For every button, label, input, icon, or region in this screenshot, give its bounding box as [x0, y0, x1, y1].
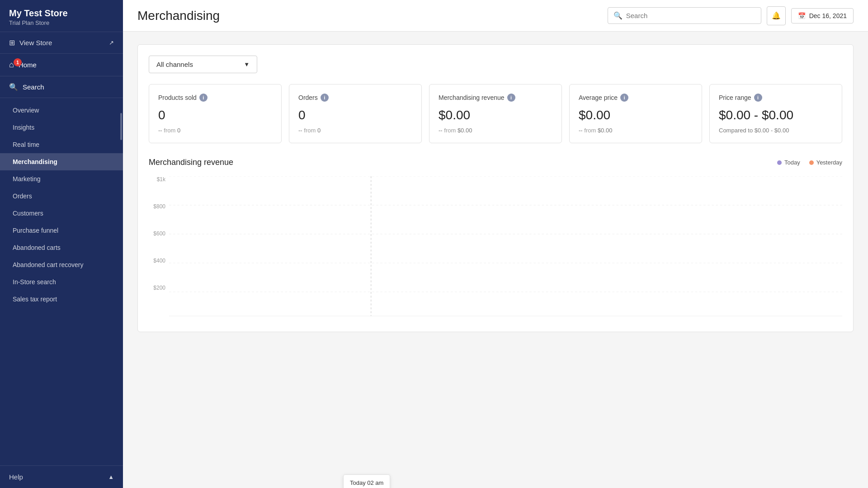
legend-label-today: Today — [784, 159, 800, 166]
channel-select[interactable]: All channels ▼ — [149, 56, 257, 73]
sidebar-item-sales-tax-report[interactable]: Sales tax report — [0, 291, 123, 308]
chart-section: Merchandising revenue Today Yesterday $1… — [149, 158, 842, 321]
stat-card-merchandising-revenue: Merchandising revenue i $0.00 -- from $0… — [429, 84, 562, 143]
info-icon-price-range[interactable]: i — [754, 94, 762, 102]
stat-compare-average-price: -- from $0.00 — [579, 127, 693, 134]
stat-title-average-price: Average price i — [579, 94, 693, 102]
sidebar: My Test Store Trial Plan Store ⊞ View St… — [0, 0, 123, 488]
sidebar-header: My Test Store Trial Plan Store — [0, 0, 123, 32]
search-input[interactable] — [626, 12, 755, 19]
sidebar-item-in-store-search[interactable]: In-Store search — [0, 273, 123, 291]
y-axis-labels: $1k$800$600$400$200 — [149, 176, 169, 321]
info-icon-orders[interactable]: i — [321, 94, 329, 102]
legend-item-today: Today — [777, 159, 800, 166]
chart-header: Merchandising revenue Today Yesterday — [149, 158, 842, 167]
search-icon: 🔍 — [613, 11, 623, 20]
sidebar-item-real-time[interactable]: Real time — [0, 136, 123, 153]
sidebar-item-customers[interactable]: Customers — [0, 205, 123, 222]
view-store-label: View Store — [19, 39, 52, 47]
y-label: $800 — [149, 203, 169, 210]
main-content: Merchandising 🔍 🔔 📅 Dec 16, 2021 All cha… — [123, 0, 868, 488]
stat-compare-price-range: Compared to $0.00 - $0.00 — [719, 127, 833, 134]
topbar-actions: 🔍 🔔 📅 Dec 16, 2021 — [608, 6, 854, 25]
stat-value-merchandising-revenue: $0.00 — [439, 108, 552, 122]
merchandising-card: All channels ▼ Products sold i 0 -- from… — [137, 44, 854, 332]
info-icon-average-price[interactable]: i — [620, 94, 628, 102]
stat-title-products-sold: Products sold i — [158, 94, 272, 102]
chevron-up-icon: ▲ — [108, 474, 114, 480]
date-picker-button[interactable]: 📅 Dec 16, 2021 — [791, 8, 854, 23]
sidebar-item-purchase-funnel[interactable]: Purchase funnel — [0, 222, 123, 239]
legend-dot-yesterday — [809, 160, 814, 165]
stat-card-average-price: Average price i $0.00 -- from $0.00 — [569, 84, 702, 143]
info-icon-merchandising-revenue[interactable]: i — [507, 94, 515, 102]
help-label: Help — [9, 473, 23, 481]
home-badge: 1 — [14, 58, 22, 66]
sidebar-item-overview[interactable]: Overview — [0, 102, 123, 119]
store-plan: Trial Plan Store — [9, 19, 114, 26]
stat-title-price-range: Price range i — [719, 94, 833, 102]
y-label: $200 — [149, 285, 169, 291]
sidebar-nav: OverviewInsightsReal timeMerchandisingMa… — [0, 98, 123, 465]
tooltip-label: Today 02 am — [350, 479, 383, 486]
stat-value-average-price: $0.00 — [579, 108, 693, 122]
stat-compare-orders: -- from 0 — [298, 127, 412, 134]
stat-compare-products-sold: -- from 0 — [158, 127, 272, 134]
legend-item-yesterday: Yesterday — [809, 159, 842, 166]
info-icon-products-sold[interactable]: i — [199, 94, 208, 102]
sidebar-item-insights[interactable]: Insights — [0, 119, 123, 136]
notification-bell-button[interactable]: 🔔 — [767, 6, 786, 25]
help-section[interactable]: Help ▲ — [0, 465, 123, 488]
content-area: All channels ▼ Products sold i 0 -- from… — [123, 32, 868, 488]
home-link[interactable]: ⌂ 1 Home — [0, 54, 123, 76]
sidebar-search-link[interactable]: 🔍 Search — [0, 76, 123, 98]
stat-card-price-range: Price range i $0.00 - $0.00 Compared to … — [709, 84, 842, 143]
search-nav-icon: 🔍 — [9, 83, 18, 91]
chart-title: Merchandising revenue — [149, 158, 233, 167]
chart-tooltip: Today 02 am — [343, 474, 390, 488]
chart-svg — [169, 176, 842, 321]
topbar: Merchandising 🔍 🔔 📅 Dec 16, 2021 — [123, 0, 868, 32]
stat-value-orders: 0 — [298, 108, 412, 122]
channel-chevron-icon: ▼ — [244, 61, 250, 68]
view-store-link[interactable]: ⊞ View Store ↗ — [0, 32, 123, 54]
sidebar-item-abandoned-carts[interactable]: Abandoned carts — [0, 239, 123, 256]
bell-icon: 🔔 — [772, 11, 781, 20]
external-link-icon: ↗ — [109, 39, 114, 46]
stat-card-products-sold: Products sold i 0 -- from 0 — [149, 84, 282, 143]
sidebar-item-merchandising[interactable]: Merchandising — [0, 153, 123, 170]
y-label: $1k — [149, 176, 169, 183]
stat-compare-merchandising-revenue: -- from $0.00 — [439, 127, 552, 134]
calendar-icon: 📅 — [798, 12, 806, 19]
sidebar-item-marketing[interactable]: Marketing — [0, 170, 123, 188]
date-label: Dec 16, 2021 — [809, 12, 847, 19]
sidebar-item-orders[interactable]: Orders — [0, 188, 123, 205]
search-box[interactable]: 🔍 — [608, 7, 761, 24]
channel-label: All channels — [156, 61, 193, 68]
sidebar-item-abandoned-cart-recovery[interactable]: Abandoned cart recovery — [0, 256, 123, 273]
page-title: Merchandising — [137, 9, 220, 23]
stat-card-orders: Orders i 0 -- from 0 — [289, 84, 422, 143]
chart-legend: Today Yesterday — [777, 159, 842, 166]
stat-value-price-range: $0.00 - $0.00 — [719, 108, 833, 122]
legend-label-yesterday: Yesterday — [816, 159, 842, 166]
sidebar-scrollbar[interactable] — [120, 113, 122, 140]
stat-title-merchandising-revenue: Merchandising revenue i — [439, 94, 552, 102]
y-label: $400 — [149, 258, 169, 264]
legend-dot-today — [777, 160, 782, 165]
stats-grid: Products sold i 0 -- from 0 Orders i 0 -… — [149, 84, 842, 143]
store-name: My Test Store — [9, 8, 114, 19]
y-label: $600 — [149, 230, 169, 237]
stat-value-products-sold: 0 — [158, 108, 272, 122]
chart-area: $1k$800$600$400$200 Today 0 — [149, 176, 842, 321]
store-icon: ⊞ — [9, 38, 15, 47]
sidebar-search-label: Search — [23, 83, 44, 91]
stat-title-orders: Orders i — [298, 94, 412, 102]
